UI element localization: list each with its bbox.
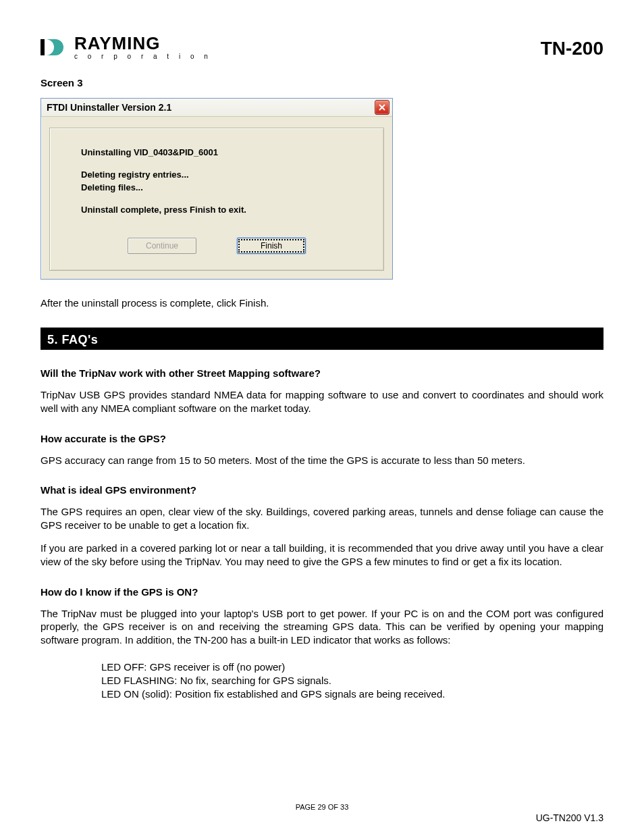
logo-name: RAYMING	[74, 34, 212, 52]
post-dialog-text: After the uninstall process is complete,…	[41, 297, 603, 309]
logo-text: RAYMING c o r p o r a t i o n	[74, 34, 212, 60]
faq-answer-extra: If you are parked in a covered parking l…	[41, 542, 603, 569]
led-status-list: LED OFF: GPS receiver is off (no power) …	[101, 660, 603, 700]
faq-question: How do I know if the GPS is ON?	[41, 586, 603, 598]
dialog-button-row: Continue Finish	[81, 238, 352, 254]
page-footer: PAGE 29 OF 33 UG-TN200 V1.3	[41, 803, 603, 811]
page-number: PAGE 29 OF 33	[41, 803, 603, 811]
dialog-inner-panel: Uninstalling VID_0403&PID_6001 Deleting …	[49, 128, 384, 271]
screen-label: Screen 3	[41, 77, 603, 88]
faq-question: What is ideal GPS environment?	[41, 484, 603, 496]
logo-subtitle: c o r p o r a t i o n	[74, 53, 212, 60]
dialog-message-line: Uninstalling VID_0403&PID_6001	[81, 147, 352, 157]
uninstaller-dialog: FTDI Uninstaller Version 2.1 Uninstallin…	[41, 98, 393, 280]
page-header: RAYMING c o r p o r a t i o n TN-200	[41, 34, 603, 61]
dialog-title: FTDI Uninstaller Version 2.1	[47, 102, 171, 113]
led-on-line: LED ON (solid): Position fix established…	[101, 687, 603, 701]
svg-rect-0	[41, 39, 45, 55]
led-flashing-line: LED FLASHING: No fix, searching for GPS …	[101, 674, 603, 687]
logo: RAYMING c o r p o r a t i o n	[41, 34, 212, 61]
faq-answer: The GPS requires an open, clear view of …	[41, 505, 603, 532]
section-heading: 5. FAQ's	[41, 330, 603, 350]
document-page: RAYMING c o r p o r a t i o n TN-200 Scr…	[0, 0, 644, 834]
continue-button: Continue	[128, 238, 196, 254]
dialog-titlebar: FTDI Uninstaller Version 2.1	[41, 99, 392, 117]
dialog-body: Uninstalling VID_0403&PID_6001 Deleting …	[41, 117, 392, 279]
faq-question: Will the TripNav work with other Street …	[41, 367, 603, 379]
model-label: TN-200	[541, 38, 603, 59]
faq-answer: The TripNav must be plugged into your la…	[41, 607, 603, 647]
dialog-message-line: Deleting files...	[81, 182, 352, 192]
faq-answer: GPS accuracy can range from 15 to 50 met…	[41, 454, 603, 467]
dialog-message-line: Deleting registry entries...	[81, 170, 352, 180]
faq-question: How accurate is the GPS?	[41, 433, 603, 444]
led-off-line: LED OFF: GPS receiver is off (no power)	[101, 660, 603, 674]
logo-mark-icon	[41, 34, 68, 61]
faq-answer: TripNav USB GPS provides standard NMEA d…	[41, 388, 603, 415]
close-icon[interactable]	[375, 100, 390, 115]
finish-button[interactable]: Finish	[237, 238, 306, 254]
document-id: UG-TN200 V1.3	[536, 812, 603, 823]
dialog-message-line: Uninstall complete, press Finish to exit…	[81, 205, 352, 215]
